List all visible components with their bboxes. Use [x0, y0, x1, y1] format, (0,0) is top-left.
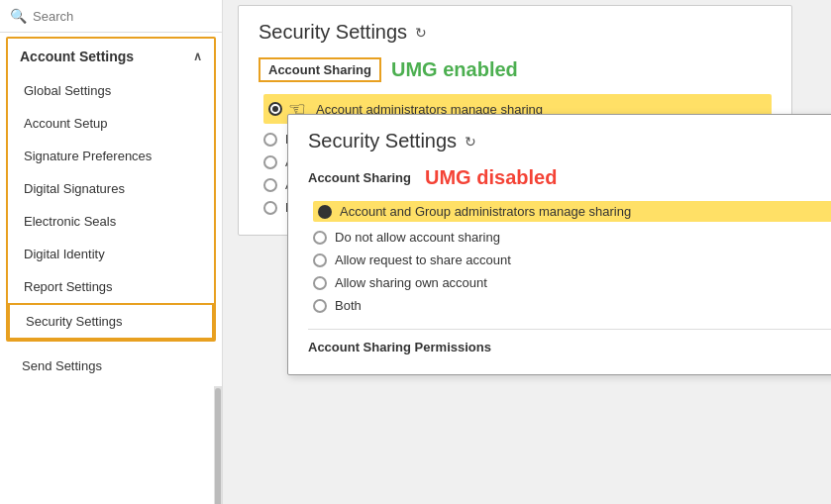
- radio-circle-allow-own: [263, 178, 277, 192]
- radio-circle-fg-admins-group-manage: [318, 205, 332, 219]
- account-settings-header[interactable]: Account Settings ∧: [8, 39, 214, 74]
- panel-fg-refresh-icon[interactable]: ↻: [465, 134, 476, 150]
- panel-fg-title: Security Settings ↻: [308, 130, 831, 152]
- sidebar-nav-items: Global Settings Account Setup Signature …: [8, 74, 214, 340]
- radio-label-fg-do-not-allow: Do not allow account sharing: [335, 230, 500, 245]
- main-content: Security Settings ↻ Account Sharing UMG …: [223, 0, 831, 504]
- chevron-up-icon: ∧: [193, 50, 202, 63]
- panel-umg-disabled: Security Settings ↻ Account Sharing UMG …: [287, 114, 831, 375]
- panel-fg-title-text: Security Settings: [308, 130, 457, 152]
- panel-bg-umg-status: UMG enabled: [391, 58, 518, 81]
- sidebar-item-digital-identity[interactable]: Digital Identity: [8, 238, 214, 270]
- panel-fg-umg-status: UMG disabled: [425, 166, 557, 189]
- radio-item-fg-allow-request[interactable]: Allow request to share account: [313, 252, 831, 267]
- panel-bg-account-sharing-label: Account Sharing: [259, 57, 381, 82]
- panel-bg-title: Security Settings ↻: [259, 21, 772, 44]
- radio-circle-admins-manage: [268, 102, 282, 116]
- sidebar-scrollbar-thumb[interactable]: [215, 388, 221, 504]
- panel-bg-refresh-icon[interactable]: ↻: [415, 25, 427, 41]
- sidebar-item-send-settings[interactable]: Send Settings: [6, 350, 216, 382]
- search-bar: 🔍: [0, 0, 222, 33]
- radio-item-fg-allow-own[interactable]: Allow sharing own account: [313, 275, 831, 290]
- sidebar-item-electronic-seals[interactable]: Electronic Seals: [8, 205, 214, 238]
- sidebar-section-account-settings: Account Settings ∧ Global Settings Accou…: [6, 37, 216, 342]
- account-settings-label: Account Settings: [20, 49, 134, 64]
- radio-circle-both: [263, 201, 277, 215]
- sidebar-scrollbar-track[interactable]: [214, 386, 222, 504]
- panel-fg-account-sharing-label: Account Sharing: [308, 170, 411, 185]
- radio-circle-allow-request: [263, 155, 277, 169]
- radio-circle-fg-allow-own: [313, 276, 327, 290]
- sidebar-item-account-setup[interactable]: Account Setup: [8, 107, 214, 140]
- radio-item-fg-both[interactable]: Both: [313, 298, 831, 313]
- radio-item-fg-do-not-allow[interactable]: Do not allow account sharing: [313, 230, 831, 245]
- panel-fg-radio-group: Account and Group administrators manage …: [308, 201, 831, 313]
- panel-fg-account-sharing-header: Account Sharing UMG disabled: [308, 166, 831, 189]
- sidebar-bottom: Send Settings: [0, 346, 222, 386]
- radio-label-fg-allow-request: Allow request to share account: [335, 252, 511, 267]
- account-sharing-permissions-label: Account Sharing Permissions: [308, 340, 491, 354]
- sidebar-item-digital-signatures[interactable]: Digital Signatures: [8, 172, 214, 205]
- sidebar: 🔍 Account Settings ∧ Global Settings Acc…: [0, 0, 223, 504]
- search-icon: 🔍: [10, 8, 27, 24]
- sidebar-item-security-settings[interactable]: Security Settings: [8, 303, 214, 340]
- panel-bg-title-text: Security Settings: [259, 21, 407, 44]
- radio-label-fg-both: Both: [335, 298, 362, 313]
- radio-circle-fg-allow-request: [313, 253, 327, 267]
- radio-label-fg-admins-group-manage: Account and Group administrators manage …: [340, 204, 631, 219]
- radio-circle-fg-do-not-allow: [313, 231, 327, 245]
- radio-item-fg-admins-group-manage[interactable]: Account and Group administrators manage …: [313, 201, 831, 222]
- sidebar-item-global-settings[interactable]: Global Settings: [8, 74, 214, 107]
- panel-bg-account-sharing-header: Account Sharing UMG enabled: [259, 57, 772, 82]
- sidebar-item-signature-preferences[interactable]: Signature Preferences: [8, 140, 214, 172]
- search-input[interactable]: [33, 9, 212, 24]
- radio-circle-fg-both: [313, 299, 327, 313]
- radio-label-fg-allow-own: Allow sharing own account: [335, 275, 487, 290]
- sidebar-item-report-settings[interactable]: Report Settings: [8, 270, 214, 303]
- radio-circle-do-not-allow: [263, 133, 277, 147]
